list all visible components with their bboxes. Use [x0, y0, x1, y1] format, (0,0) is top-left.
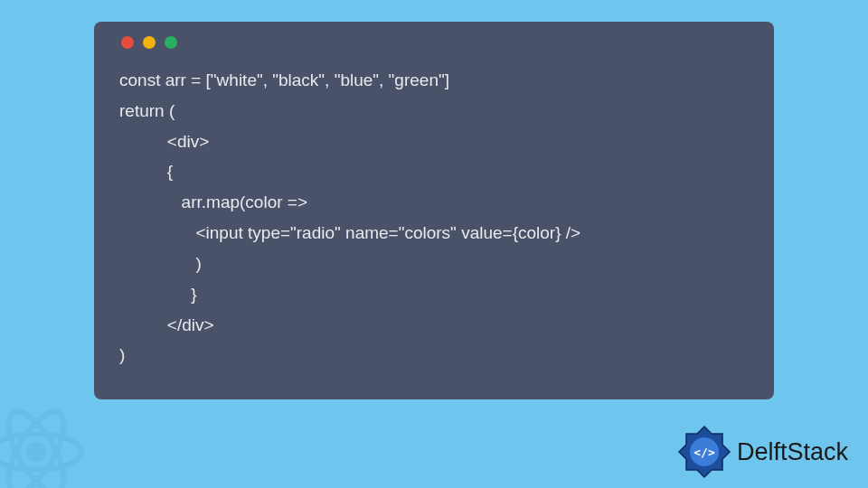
window-controls — [121, 36, 749, 49]
code-line: <input type="radio" name="colors" value=… — [119, 223, 580, 242]
brand-logo: </> DelftStack — [675, 423, 848, 481]
code-line: </div> — [119, 315, 214, 334]
svg-point-5 — [29, 445, 43, 459]
code-window: const arr = ["white", "black", "blue", "… — [94, 22, 774, 399]
code-line: arr.map(color => — [119, 192, 307, 211]
code-block: const arr = ["white", "black", "blue", "… — [119, 65, 749, 371]
code-line: const arr = ["white", "black", "blue", "… — [119, 70, 449, 89]
minimize-icon — [143, 36, 156, 49]
code-line: <div> — [119, 132, 209, 151]
maximize-icon — [165, 36, 177, 49]
close-icon — [121, 36, 134, 49]
code-line: { — [119, 162, 173, 181]
brand-name: DelftStack — [737, 438, 848, 466]
logo-badge-icon: </> — [675, 423, 733, 481]
code-line: } — [119, 285, 197, 304]
code-line: ) — [119, 345, 125, 364]
code-line: return ( — [119, 101, 175, 120]
svg-text:</>: </> — [693, 446, 715, 459]
watermark-icon — [0, 398, 90, 488]
code-line: ) — [119, 254, 202, 273]
